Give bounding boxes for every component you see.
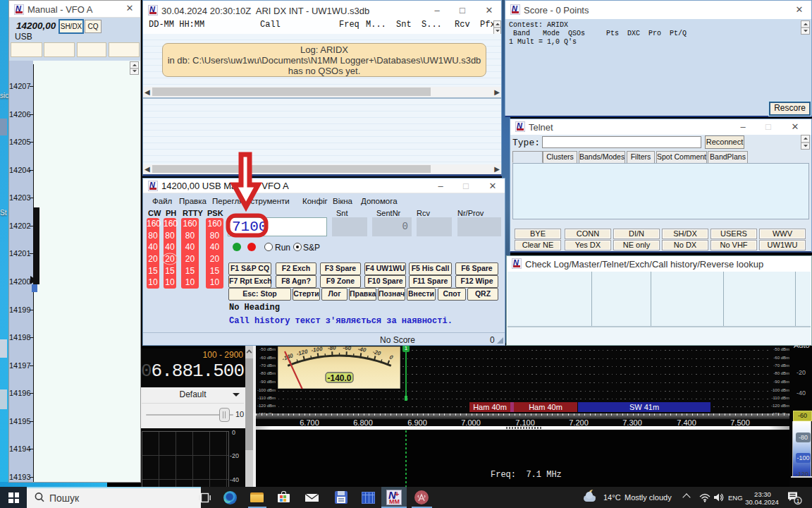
svg-text:1: 1 xyxy=(796,497,800,504)
svg-text:-140.0: -140.0 xyxy=(327,373,351,383)
svg-text:-80: -80 xyxy=(328,346,337,351)
svg-text:-60: -60 xyxy=(343,346,352,351)
